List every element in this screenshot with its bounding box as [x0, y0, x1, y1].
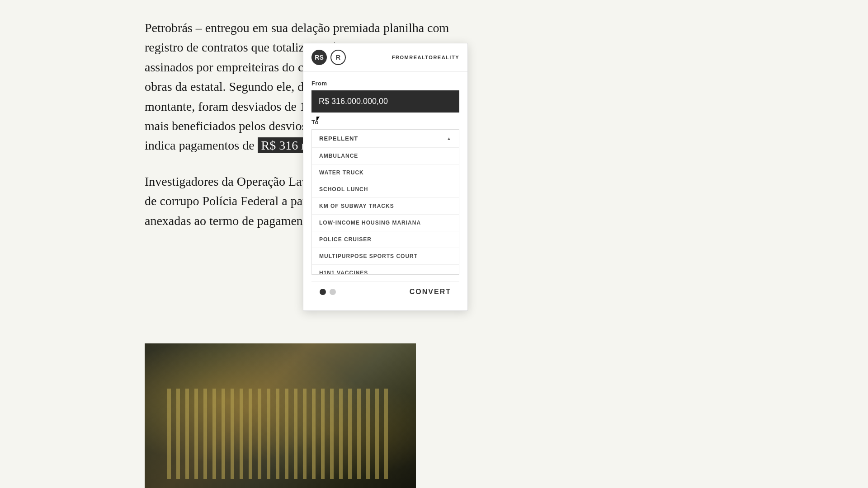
- real-icon-label: R: [336, 54, 340, 61]
- dropdown-selected-item[interactable]: REPELLENT ▲: [312, 130, 459, 148]
- dropdown-list[interactable]: AMBULANCEWATER TRUCKSCHOOL LUNCHKM OF SU…: [312, 148, 459, 274]
- currency-icon-label: RS: [315, 54, 323, 61]
- list-item[interactable]: AMBULANCE: [312, 148, 459, 164]
- dot-active: [320, 289, 326, 295]
- list-item[interactable]: POLICE CRUISER: [312, 231, 459, 248]
- list-item[interactable]: SCHOOL LUNCH: [312, 181, 459, 198]
- widget-header: RS R FROMREALTOREALITY: [303, 43, 467, 72]
- article-image: [145, 343, 416, 488]
- convert-bar: CONVERT: [311, 281, 459, 302]
- list-item[interactable]: KM OF SUBWAY TRACKS: [312, 198, 459, 215]
- list-item[interactable]: LOW-INCOME HOUSING MARIANA: [312, 215, 459, 231]
- list-item[interactable]: WATER TRUCK: [312, 164, 459, 181]
- currency-icon-button[interactable]: RS: [311, 50, 327, 65]
- widget-body: From To REPELLENT ▲ AMBULANCEWATER TRUCK…: [303, 72, 467, 310]
- real-icon-button[interactable]: R: [330, 50, 346, 65]
- list-item[interactable]: H1N1 VACCINES: [312, 265, 459, 274]
- to-dropdown[interactable]: REPELLENT ▲ AMBULANCEWATER TRUCKSCHOOL L…: [311, 129, 459, 275]
- converter-widget: RS R FROMREALTOREALITY From To REPELLENT…: [303, 43, 468, 311]
- selected-option-text: REPELLENT: [319, 135, 358, 142]
- convert-button[interactable]: CONVERT: [410, 288, 451, 296]
- brand-name: FROMREALTOREALITY: [392, 55, 459, 60]
- list-item[interactable]: MULTIPURPOSE SPORTS COURT: [312, 248, 459, 265]
- chevron-up-icon: ▲: [447, 136, 452, 141]
- from-input[interactable]: [311, 90, 459, 113]
- to-label: To: [311, 119, 459, 126]
- toggle-dots[interactable]: [320, 289, 336, 295]
- dot-inactive: [330, 289, 336, 295]
- from-label: From: [311, 80, 459, 87]
